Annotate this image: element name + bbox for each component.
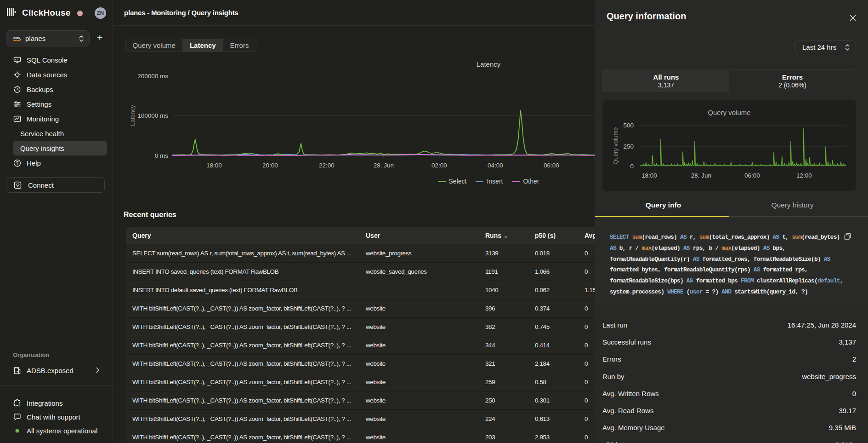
svg-text:20:00: 20:00 (262, 162, 278, 169)
svg-text:aws: aws (13, 35, 21, 40)
svg-text:0: 0 (630, 163, 634, 170)
svg-text:02:00: 02:00 (431, 162, 447, 169)
svg-text:200000 ms: 200000 ms (137, 73, 168, 80)
svg-text:Query volume: Query volume (708, 109, 750, 116)
svg-text:250: 250 (623, 143, 634, 150)
svg-text:Latency: Latency (129, 105, 136, 126)
svg-text:Query volume: Query volume (612, 127, 619, 165)
svg-text:28. Jun: 28. Jun (691, 172, 711, 179)
svg-text:500: 500 (623, 122, 634, 129)
svg-text:06:00: 06:00 (544, 162, 559, 169)
svg-text:12:00: 12:00 (796, 172, 812, 179)
svg-text:18:00: 18:00 (641, 172, 657, 179)
svg-text:28. Jun: 28. Jun (374, 162, 394, 169)
svg-text:06:00: 06:00 (744, 172, 760, 179)
svg-text:04:00: 04:00 (488, 162, 503, 169)
svg-text:22:00: 22:00 (319, 162, 335, 169)
svg-text:100000 ms: 100000 ms (137, 112, 168, 119)
svg-text:18:00: 18:00 (206, 162, 222, 169)
svg-text:0 ms: 0 ms (155, 152, 169, 159)
